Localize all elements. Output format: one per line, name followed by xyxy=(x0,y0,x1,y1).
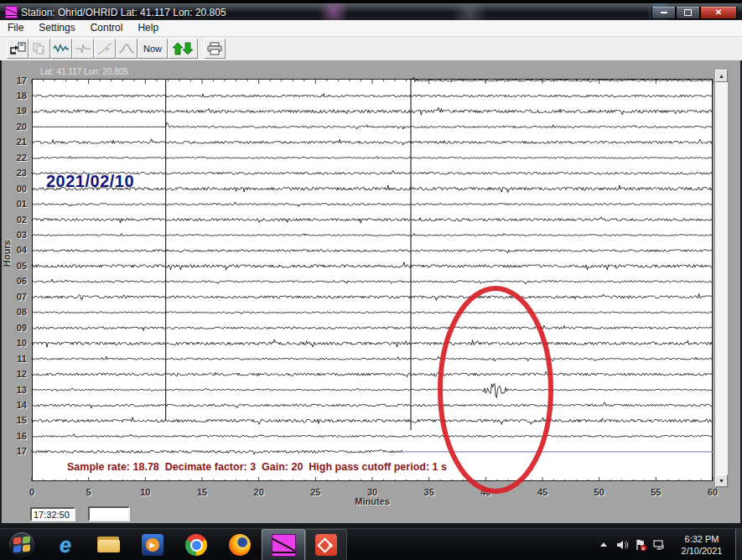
toolbar: P Now xyxy=(0,37,742,61)
taskbar: e ▶ » xyxy=(0,528,742,560)
menu-item[interactable]: Control xyxy=(83,20,131,36)
title-bar[interactable]: Station: Ohrid/OHRID Lat: 41.117 Lon: 20… xyxy=(0,3,742,20)
volume-icon[interactable] xyxy=(613,529,631,560)
status-line: Sample rate: 18.78 Decimate factor: 3 Ga… xyxy=(67,461,447,473)
bell-curve-icon[interactable] xyxy=(116,39,138,59)
scroll-down-icon[interactable]: ▼ xyxy=(715,474,728,487)
seismograph-app-icon[interactable] xyxy=(262,529,305,560)
vertical-scrollbar[interactable]: ▲ ▼ xyxy=(714,69,729,488)
hour-tick-label: 03 xyxy=(3,230,27,240)
minimize-button[interactable] xyxy=(651,7,676,19)
internet-explorer-icon[interactable]: e xyxy=(44,529,87,560)
plot-corner-label: Lat: 41.117 Lon: 20.805 xyxy=(40,67,128,76)
firefox-icon[interactable] xyxy=(218,529,262,560)
minute-tick-label: 60 xyxy=(708,487,718,497)
load-data-icon[interactable] xyxy=(7,39,29,59)
hour-tick-label: 17 xyxy=(3,446,27,456)
spike-filter-icon[interactable] xyxy=(72,39,94,59)
hour-tick-label: 23 xyxy=(3,168,27,178)
clock-time: 6:32 PM xyxy=(672,533,732,545)
close-button[interactable]: ✕ xyxy=(700,7,737,19)
network-icon[interactable] xyxy=(650,529,668,560)
scroll-up-down-arrows-icon[interactable] xyxy=(168,39,198,59)
minute-tick-label: 25 xyxy=(310,487,320,497)
minute-tick-label: 15 xyxy=(197,487,207,497)
minute-tick-label: 10 xyxy=(140,487,150,497)
minute-tick-label: 40 xyxy=(480,487,490,497)
minute-tick-label: 55 xyxy=(651,487,661,497)
hour-tick-label: 09 xyxy=(3,323,27,333)
hour-tick-label: 13 xyxy=(3,385,27,395)
svg-text:P: P xyxy=(106,47,110,53)
action-center-flag-icon[interactable]: x xyxy=(631,529,650,560)
start-button[interactable] xyxy=(0,529,44,560)
time-field[interactable]: 17:32:50 xyxy=(30,507,75,521)
hour-tick-label: 01 xyxy=(3,199,27,209)
hour-tick-label: 20 xyxy=(3,122,27,132)
hidden-icons-arrow[interactable] xyxy=(594,529,613,560)
hour-tick-label: 22 xyxy=(3,153,27,163)
media-player-icon[interactable]: ▶ xyxy=(131,529,174,560)
hour-tick-label: 06 xyxy=(3,276,27,286)
restore-button[interactable] xyxy=(676,7,700,19)
hour-tick-label: 12 xyxy=(3,369,27,379)
response-curve-icon[interactable]: P xyxy=(94,39,116,59)
hours-axis-label: Hours xyxy=(2,240,12,267)
chrome-icon[interactable] xyxy=(174,529,218,560)
copy-icon[interactable] xyxy=(29,39,50,59)
helicorder-plot[interactable] xyxy=(32,79,713,481)
print-icon[interactable] xyxy=(204,39,226,59)
hour-tick-label: 02 xyxy=(3,215,27,225)
hour-tick-label: 11 xyxy=(3,354,27,364)
hour-tick-label: 21 xyxy=(3,137,27,147)
minute-tick-label: 20 xyxy=(254,487,264,497)
hour-tick-label: 16 xyxy=(3,431,27,441)
minute-tick-label: 45 xyxy=(537,487,547,497)
hour-tick-label: 15 xyxy=(3,415,27,425)
minute-tick-label: 35 xyxy=(424,487,434,497)
menu-item[interactable]: Help xyxy=(130,20,166,36)
minute-tick-label: 5 xyxy=(86,487,91,497)
red-diamond-app-icon[interactable]: » xyxy=(305,529,347,560)
hour-tick-label: 19 xyxy=(3,106,27,116)
menu-item[interactable]: File xyxy=(0,20,31,36)
hour-tick-label: 14 xyxy=(3,400,27,410)
scroll-up-icon[interactable]: ▲ xyxy=(715,70,728,82)
hour-tick-label: 18 xyxy=(3,91,27,101)
tray-clock[interactable]: 6:32 PM 2/10/2021 xyxy=(668,533,735,557)
window-title: Station: Ohrid/OHRID Lat: 41.117 Lon: 20… xyxy=(21,7,226,18)
show-desktop-button[interactable] xyxy=(735,529,742,560)
hour-tick-label: 00 xyxy=(3,184,27,194)
minutes-axis-label: Minutes xyxy=(347,496,397,506)
minute-tick-label: 0 xyxy=(29,487,34,497)
date-label: 2021/02/10 xyxy=(46,172,134,191)
menu-item[interactable]: Settings xyxy=(31,20,82,36)
file-explorer-icon[interactable] xyxy=(87,529,131,560)
hour-tick-label: 17 xyxy=(3,75,27,86)
minute-tick-label: 50 xyxy=(594,487,604,497)
hour-tick-label: 07 xyxy=(3,292,27,302)
now-button[interactable]: Now xyxy=(138,39,168,59)
menu-bar: FileSettingsControlHelp xyxy=(0,20,742,37)
seismograph-app-icon xyxy=(5,6,18,18)
clock-date: 2/10/2021 xyxy=(672,545,732,557)
waveform-icon[interactable] xyxy=(50,39,72,59)
hour-tick-label: 10 xyxy=(3,338,27,348)
spare-field[interactable] xyxy=(88,506,130,521)
hour-tick-label: 08 xyxy=(3,307,27,317)
